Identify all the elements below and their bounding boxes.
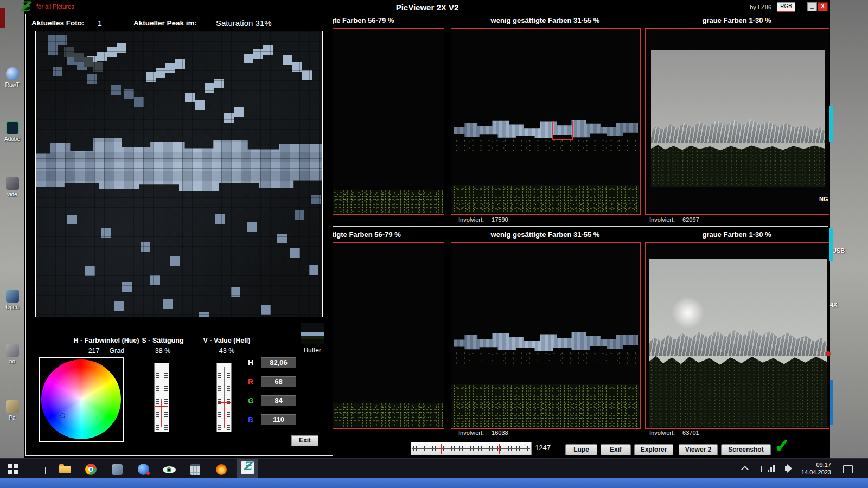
involviert-value: 17590 (492, 216, 508, 223)
open-icon (6, 290, 19, 303)
panel-title-sat31-top: wenig gesättigte Farben 31-55 % (451, 16, 640, 25)
gauge-marker[interactable] (155, 406, 168, 407)
analysis-dialog[interactable]: Aktuelles Foto: 1 Aktueller Peak im: Sat… (25, 14, 333, 456)
rawtherapee-icon (6, 67, 19, 80)
mountain-pixels (454, 120, 638, 138)
taskview-icon-back (37, 467, 46, 474)
start-button[interactable] (5, 462, 22, 476)
position-slider[interactable] (411, 442, 532, 455)
involviert-label: Involviert: (649, 429, 675, 436)
speaker-icon[interactable] (785, 466, 788, 471)
desktop-icon-open[interactable]: Open (0, 290, 24, 310)
taskbar[interactable]: Ƶ 09:17 14.04.2023 (0, 458, 868, 479)
image-panel-sat56-bottom[interactable] (329, 242, 444, 429)
app-button-5[interactable] (110, 462, 126, 476)
desktop-icon-adobe[interactable]: Adobe (0, 121, 24, 142)
h-readout-label: H (248, 358, 253, 367)
gauge-ticks-left (218, 365, 221, 430)
tray-chevron-icon[interactable] (741, 466, 749, 473)
desktop-icon-label: vide (0, 191, 24, 197)
slider-midline (412, 448, 530, 449)
vegetation-pixels (330, 403, 443, 427)
ok-checkmark-icon[interactable]: ✓ (774, 435, 790, 457)
eye-icon (163, 466, 176, 473)
app-icon (112, 464, 123, 475)
network-icon[interactable] (767, 465, 775, 472)
windows-logo-icon (8, 464, 12, 468)
taskbar-clock[interactable]: 09:17 14.04.2023 (801, 461, 831, 476)
image-panel-sat31-bottom[interactable] (451, 242, 641, 429)
notification-center-icon[interactable] (843, 465, 853, 473)
image-panel-sat56-top[interactable] (329, 28, 444, 215)
explorer-button[interactable]: Explorer (634, 444, 673, 455)
screenshot-button[interactable]: Screenshot (721, 444, 771, 455)
titlebar[interactable]: Ƶ for all Pictures PicViewer 2X V2 by LZ… (24, 0, 830, 14)
desktop-icon-label: RawT (0, 82, 24, 88)
generic-icon (6, 400, 19, 413)
hsv-color-wheel[interactable] (39, 357, 124, 442)
buffer-thumbnail[interactable] (301, 323, 324, 344)
involviert-label: Involviert: (458, 429, 484, 436)
tray-app-icon[interactable] (754, 466, 762, 472)
viewer2-button[interactable]: Viewer 2 (679, 444, 718, 455)
task-view-button[interactable] (31, 462, 48, 476)
saturation-value: 38 % (136, 347, 190, 355)
h-readout-value: 82,06 (261, 357, 296, 368)
panel-title-sat56-top: gte Farben 56-79 % (330, 16, 444, 25)
g-readout-value: 84 (261, 395, 296, 406)
forest (649, 353, 827, 427)
desktop-fragment (829, 106, 833, 142)
saturation-gauge[interactable] (154, 363, 169, 432)
scrub-pixels (452, 351, 639, 367)
viewer-app-button[interactable] (162, 462, 178, 476)
gauge-marker[interactable] (218, 402, 231, 403)
gauge-ticks-right (164, 365, 168, 430)
slider-marker[interactable] (499, 444, 500, 454)
selection-box[interactable] (552, 121, 573, 140)
adobe-icon (6, 121, 19, 134)
desktop-icon-label: no (0, 358, 24, 364)
exif-button[interactable]: Exif (601, 444, 631, 455)
graphics-app-button[interactable] (214, 462, 230, 476)
desktop-icon-pa[interactable]: Pa (0, 400, 24, 421)
calculator-button[interactable] (188, 462, 204, 476)
lupe-button[interactable]: Lupe (565, 444, 597, 455)
involviert-count: Involviert: 63701 (649, 429, 699, 436)
r-readout-value: 68 (261, 376, 296, 387)
desktop-icon-video[interactable]: vide (0, 177, 24, 197)
b-readout-label: B (248, 415, 253, 424)
panel-title-gray-bottom: graue Farben 1-30 % (645, 230, 828, 239)
desktop-icon-rawtherapee[interactable]: RawT (0, 67, 24, 88)
bottom-toolbar-strip (0, 478, 868, 488)
g-readout-label: G (248, 396, 254, 405)
media-app-button[interactable] (136, 462, 152, 476)
desktop-icon-no[interactable]: no (0, 344, 24, 364)
involviert-value: 62097 (682, 216, 699, 223)
picviewer-taskbar-button[interactable]: Ƶ (237, 459, 258, 479)
gauge-ticks-right (227, 365, 230, 430)
involviert-label: Involviert: (458, 216, 484, 223)
rgb-button[interactable]: RGB (777, 2, 795, 12)
value-gauge[interactable] (216, 363, 232, 432)
file-explorer-button[interactable] (58, 462, 74, 476)
gauge-redline (161, 399, 162, 428)
chrome-button[interactable] (84, 462, 100, 476)
mountain-pixels (454, 332, 638, 351)
involviert-count: Involviert: 62097 (649, 216, 699, 223)
close-button[interactable]: X (818, 2, 828, 11)
involviert-label: Involviert: (649, 216, 675, 223)
involviert-value: 63701 (682, 429, 699, 436)
image-panel-gray-top[interactable] (645, 28, 829, 215)
image-panel-gray-bottom[interactable] (645, 242, 829, 429)
exit-button[interactable]: Exit (291, 435, 318, 446)
color-wheel-marker (60, 413, 65, 418)
pixelated-preview[interactable] (35, 31, 323, 317)
panel-title-sat56-bottom: ttigte Farben 56-79 % (330, 230, 444, 239)
buffer-label: Buffer (299, 346, 326, 354)
right-edge-label: 4X (830, 301, 837, 308)
right-edge-label: NG (819, 196, 828, 202)
bar (773, 465, 775, 472)
image-panel-sat31-top[interactable] (451, 28, 641, 215)
minimize-button[interactable]: _ (807, 2, 817, 11)
involviert-value: 16038 (492, 429, 508, 436)
